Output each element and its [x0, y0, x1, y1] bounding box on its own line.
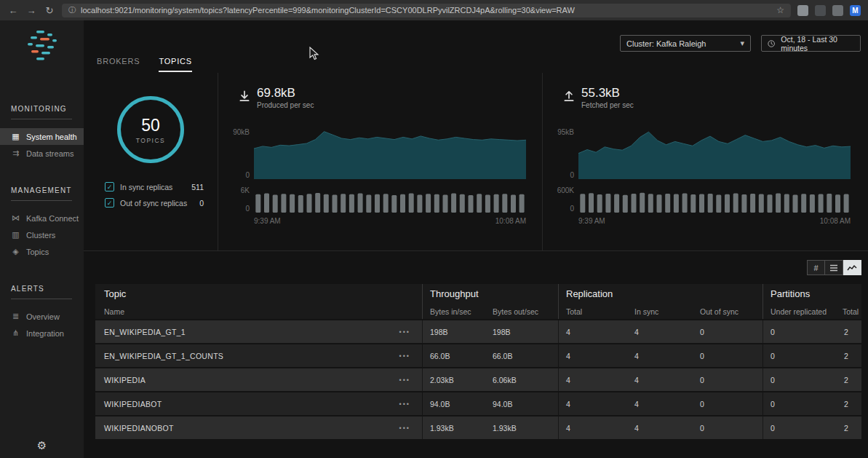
topic-name-cell: EN_WIKIPEDIA_GT_1 •••	[95, 320, 422, 343]
part-total-cell: 2	[835, 344, 861, 367]
topics-count-ring: 50 TOPICS	[117, 96, 184, 163]
topic-name-cell: WIKIPEDIA •••	[95, 368, 422, 391]
table-row[interactable]: WIKIPEDIABOT ••• 94.0B 94.0B 4 4 0 0 2	[95, 392, 861, 415]
sidebar-item-topics[interactable]: ◈ Topics	[0, 243, 84, 260]
x-axis-end: 10:08 AM	[820, 217, 851, 225]
produced-chart-header: 69.8kB Produced per sec	[238, 86, 314, 109]
check-label: In sync replicas	[120, 183, 186, 192]
out-of-sync-cell: 0	[693, 416, 763, 439]
fetched-bars-chart	[578, 186, 851, 213]
under-replicated-cell: 0	[763, 344, 835, 367]
topic-name-cell: WIKIPEDIANOBOT •••	[95, 416, 422, 439]
main-panel: BROKERS TOPICS Cluster: Kafka Raleigh ▾ …	[84, 20, 868, 458]
y-axis-max: 95kB	[557, 128, 574, 136]
fetched-label: Fetched per sec	[581, 101, 634, 109]
under-replicated-cell: 0	[763, 320, 835, 343]
list-icon	[829, 264, 838, 272]
bytes-in-cell: 198B	[422, 320, 485, 343]
topic-name-cell: EN_WIKIPEDIA_GT_1_COUNTS •••	[95, 344, 422, 367]
fetched-value: 55.3kB	[581, 86, 634, 100]
row-menu-icon[interactable]: •••	[399, 400, 410, 408]
out-of-sync-cell: 0	[693, 392, 763, 415]
checkbox-icon[interactable]: ✓	[105, 182, 114, 192]
in-sync-replicas-row: ✓ In sync replicas 511	[105, 181, 204, 193]
settings-gear-icon[interactable]: ⚙	[0, 439, 84, 452]
table-row[interactable]: WIKIPEDIANOBOT ••• 1.93kB 1.93kB 4 4 0 0…	[95, 416, 861, 439]
extension-icon[interactable]	[797, 5, 808, 16]
browser-toolbar: ← → ↻ ⓘ localhost:9021/monitoring/system…	[0, 0, 868, 20]
url-bar[interactable]: ⓘ localhost:9021/monitoring/system/topic…	[62, 4, 791, 17]
row-menu-icon[interactable]: •••	[399, 425, 410, 432]
sparkline-icon	[847, 264, 857, 272]
table-view-toggles: #	[807, 260, 861, 275]
part-total-cell: 2	[835, 416, 861, 439]
group-partitions: Partitions	[763, 284, 861, 304]
table-row[interactable]: WIKIPEDIA ••• 2.03kB 6.06kB 4 4 0 0 2	[95, 368, 861, 391]
url-text: localhost:9021/monitoring/system/topics?…	[81, 6, 771, 15]
reload-icon[interactable]: ↻	[44, 5, 55, 16]
tab-brokers[interactable]: BROKERS	[97, 57, 140, 72]
check-label: Out of sync replicas	[120, 199, 194, 208]
row-menu-icon[interactable]: •••	[399, 328, 410, 336]
repl-total-cell: 4	[558, 368, 627, 391]
upload-arrow-icon	[562, 90, 576, 103]
view-tabs: BROKERS TOPICS	[97, 57, 192, 72]
sidebar-item-data-streams[interactable]: ⇉ Data streams	[0, 145, 84, 162]
col-under-replicated: Under replicated	[763, 304, 835, 319]
col-bytes-in: Bytes in/sec	[422, 304, 485, 319]
sidebar-item-label: Data streams	[26, 149, 73, 158]
forward-icon[interactable]: →	[25, 5, 37, 16]
fetched-chart: 55.3kB Fetched per sec 95kB 0 600K 0	[551, 83, 865, 249]
out-of-sync-cell: 0	[693, 368, 763, 391]
chart-view-button[interactable]	[843, 260, 861, 275]
y-axis-max: 600K	[557, 186, 574, 194]
overview-section: 50 TOPICS ✓ In sync replicas 511 ✓ Out o…	[84, 73, 868, 251]
topics-table: Topic Throughput Replication Partitions …	[95, 284, 861, 439]
bytes-out-cell: 6.06kB	[485, 368, 558, 391]
bytes-out-cell: 94.0B	[485, 392, 558, 415]
extension-icon[interactable]	[832, 5, 843, 16]
sidebar-item-label: Overview	[26, 312, 60, 321]
part-total-cell: 2	[835, 368, 861, 391]
y-axis-min: 0	[245, 171, 250, 179]
number-view-button[interactable]: #	[807, 260, 825, 275]
bytes-out-cell: 66.0B	[485, 344, 558, 367]
out-of-sync-cell: 0	[693, 320, 763, 343]
x-axis-start: 9:39 AM	[254, 217, 281, 225]
list-view-button[interactable]	[825, 260, 843, 275]
topics-summary-panel: 50 TOPICS ✓ In sync replicas 511 ✓ Out o…	[84, 73, 218, 250]
group-topic: Topic	[95, 284, 422, 304]
sidebar-item-label: Clusters	[26, 231, 55, 240]
extension-icon[interactable]	[815, 5, 826, 16]
sidebar-item-clusters[interactable]: ▥ Clusters	[0, 226, 84, 243]
info-icon[interactable]: ⓘ	[68, 5, 76, 15]
table-column-header: Name Bytes in/sec Bytes out/sec Total In…	[95, 304, 861, 319]
bytes-out-cell: 1.93kB	[485, 416, 558, 439]
time-range-label: Oct, 18 - Last 30 minutes	[781, 35, 854, 52]
part-total-cell: 2	[835, 320, 861, 343]
download-arrow-icon	[238, 90, 251, 103]
cluster-selector[interactable]: Cluster: Kafka Raleigh ▾	[620, 35, 751, 52]
sidebar: MONITORING ▦ System health ⇉ Data stream…	[0, 20, 84, 458]
repl-total-cell: 4	[558, 416, 627, 439]
sidebar-item-system-health[interactable]: ▦ System health	[0, 128, 84, 145]
tab-topics[interactable]: TOPICS	[159, 57, 192, 72]
col-name: Name	[95, 304, 422, 319]
table-row[interactable]: EN_WIKIPEDIA_GT_1_COUNTS ••• 66.0B 66.0B…	[95, 344, 861, 367]
bookmark-star-icon[interactable]: ☆	[776, 5, 784, 15]
back-icon[interactable]: ←	[7, 5, 19, 16]
time-range-selector[interactable]: Oct, 18 - Last 30 minutes	[761, 35, 861, 52]
sidebar-item-kafka-connect[interactable]: ⋈ Kafka Connect	[0, 210, 84, 226]
col-bytes-out: Bytes out/sec	[485, 304, 558, 319]
data-streams-icon: ⇉	[11, 149, 20, 158]
checkbox-icon[interactable]: ✓	[105, 198, 114, 208]
y-axis-min: 0	[245, 205, 250, 213]
row-menu-icon[interactable]: •••	[399, 376, 410, 384]
sidebar-item-integration[interactable]: ⋔ Integration	[0, 325, 84, 341]
table-group-header: Topic Throughput Replication Partitions	[95, 284, 861, 304]
out-of-sync-replicas-row: ✓ Out of sync replicas 0	[105, 197, 204, 209]
table-row[interactable]: EN_WIKIPEDIA_GT_1 ••• 198B 198B 4 4 0 0 …	[95, 320, 861, 343]
row-menu-icon[interactable]: •••	[399, 352, 410, 360]
sidebar-item-overview[interactable]: ≣ Overview	[0, 308, 84, 325]
extension-m-icon[interactable]: M	[850, 5, 861, 16]
